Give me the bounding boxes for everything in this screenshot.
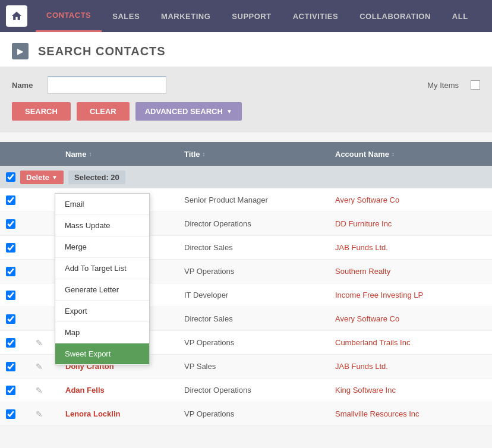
menu-item-generate-letter[interactable]: Generate Letter	[55, 279, 149, 301]
row-checkbox[interactable]	[6, 219, 15, 229]
delete-dropdown-arrow-icon: ▼	[52, 174, 58, 181]
name-input[interactable]	[48, 76, 166, 94]
row-checkbox[interactable]	[6, 362, 15, 371]
row-checkbox[interactable]	[6, 291, 15, 300]
search-button[interactable]: SEARCH	[12, 102, 71, 121]
my-items-checkbox[interactable]	[471, 80, 480, 90]
search-row: Name My Items	[12, 76, 480, 94]
name-label: Name	[12, 81, 36, 90]
dropdown-menu: Email Mass Update Merge Add To Target Li…	[55, 193, 150, 365]
row-checkbox[interactable]	[6, 386, 15, 395]
advanced-search-button[interactable]: ADVANCED SEARCH ▼	[135, 102, 242, 121]
th-title[interactable]: Title ↕	[184, 150, 335, 159]
contact-name-link[interactable]: Lenora Locklin	[65, 409, 184, 418]
title-sort-icon: ↕	[203, 151, 206, 157]
my-items-label: My Items	[427, 81, 459, 90]
search-buttons: SEARCH CLEAR ADVANCED SEARCH ▼	[12, 102, 480, 121]
home-button[interactable]	[6, 5, 27, 27]
nav-all[interactable]: ALL	[441, 0, 479, 32]
nav-items: CONTACTS SALES MARKETING SUPPORT ACTIVIT…	[36, 0, 479, 32]
nav-support[interactable]: SUPPORT	[221, 0, 282, 32]
row-checkbox[interactable]	[6, 409, 15, 419]
nav-contacts[interactable]: CONTACTS	[36, 0, 102, 32]
th-name[interactable]: Name ↕	[65, 150, 184, 159]
row-checkbox[interactable]	[6, 267, 15, 276]
clear-button[interactable]: CLEAR	[77, 102, 130, 121]
menu-item-email[interactable]: Email	[55, 194, 149, 215]
name-sort-icon: ↕	[89, 151, 92, 157]
menu-item-mass-update[interactable]: Mass Update	[55, 215, 149, 236]
menu-item-map[interactable]: Map	[55, 322, 149, 343]
advanced-search-arrow-icon: ▼	[226, 108, 232, 115]
page-header: ▶ SEARCH CONTACTS	[0, 32, 492, 67]
select-all-checkbox[interactable]	[6, 172, 15, 182]
selected-badge: Selected: 20	[68, 171, 125, 184]
row-checkbox[interactable]	[6, 314, 15, 324]
row-checkbox[interactable]	[6, 195, 15, 205]
nav-activities[interactable]: ACTIVITIES	[282, 0, 349, 32]
table-area: Name ↕ Title ↕ Account Name ↕ Delete ▼ E…	[0, 142, 492, 426]
contact-name-link[interactable]: Adan Fells	[65, 386, 184, 395]
row-checkbox[interactable]	[6, 243, 15, 253]
nav-marketing[interactable]: MARKETING	[150, 0, 221, 32]
table-row: ✎ Lenora Locklin VP Operations Smallvill…	[0, 402, 492, 426]
nav-sales[interactable]: SALES	[102, 0, 150, 32]
delete-dropdown-container: Delete ▼ Email Mass Update Merge Add To …	[20, 171, 64, 184]
row-checkbox[interactable]	[6, 338, 15, 348]
edit-pencil-icon[interactable]: ✎	[36, 409, 65, 419]
nav-collaboration[interactable]: COLLABORATION	[349, 0, 441, 32]
th-account[interactable]: Account Name ↕	[335, 150, 486, 159]
account-sort-icon: ↕	[392, 151, 395, 157]
menu-item-add-target[interactable]: Add To Target List	[55, 258, 149, 279]
sidebar-toggle[interactable]: ▶	[12, 43, 29, 59]
search-panel: Name My Items SEARCH CLEAR ADVANCED SEAR…	[0, 67, 492, 132]
top-nav: CONTACTS SALES MARKETING SUPPORT ACTIVIT…	[0, 0, 492, 32]
action-bar: Delete ▼ Email Mass Update Merge Add To …	[0, 166, 492, 188]
table-header: Name ↕ Title ↕ Account Name ↕	[0, 142, 492, 166]
delete-dropdown-button[interactable]: Delete ▼	[20, 171, 64, 184]
menu-item-sweet-export[interactable]: Sweet Export	[55, 343, 149, 365]
sidebar-toggle-icon: ▶	[17, 46, 24, 56]
page-title: SEARCH CONTACTS	[38, 45, 166, 58]
edit-pencil-icon[interactable]: ✎	[36, 386, 65, 395]
table-row: ✎ Adan Fells Director Operations King So…	[0, 378, 492, 402]
menu-item-merge[interactable]: Merge	[55, 236, 149, 258]
menu-item-export[interactable]: Export	[55, 301, 149, 322]
